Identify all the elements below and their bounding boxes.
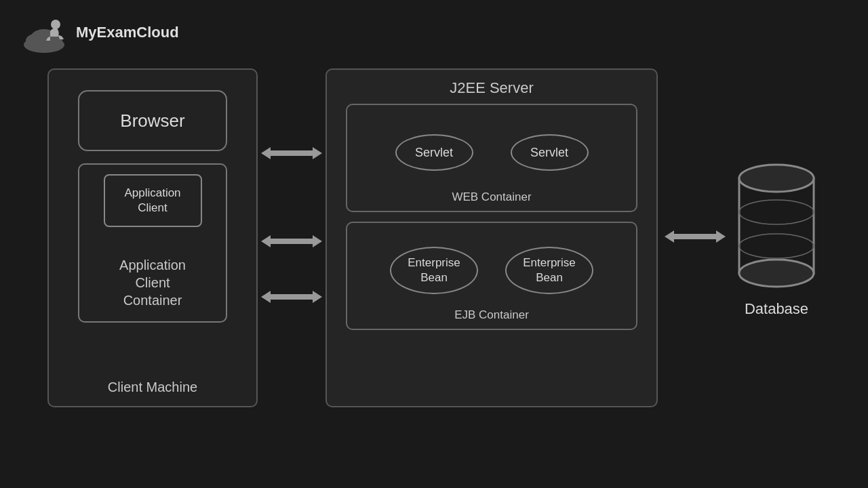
appclient-ejb-arrow	[261, 231, 322, 251]
svg-rect-6	[271, 150, 313, 156]
servlet1-label: Servlet	[415, 146, 453, 160]
j2ee-db-arrow	[665, 226, 726, 249]
bean2-label: EnterpriseBean	[523, 256, 575, 285]
servlet2-label: Servlet	[530, 146, 568, 160]
bean1-label: EnterpriseBean	[408, 256, 460, 285]
servlet2-oval: Servlet	[511, 134, 589, 171]
right-section: Database	[658, 158, 821, 318]
appclient-ejb-arrow2	[261, 287, 322, 307]
web-container: Servlet Servlet WEB Container	[346, 104, 637, 212]
svg-point-19	[739, 260, 814, 287]
client-machine-container: Browser ApplicationClient ApplicationCli…	[47, 68, 258, 407]
diagram-area: Browser ApplicationClient ApplicationCli…	[0, 68, 868, 407]
arrows-section	[258, 68, 326, 407]
browser-label: Browser	[120, 110, 184, 131]
svg-rect-12	[271, 294, 313, 300]
servlets-row: Servlet Servlet	[395, 134, 589, 171]
svg-marker-5	[261, 147, 271, 159]
svg-marker-11	[261, 291, 271, 303]
app-client-container-label: ApplicationClientContainer	[119, 256, 186, 309]
client-machine-label: Client Machine	[108, 380, 197, 395]
app-client-label: ApplicationClient	[124, 186, 180, 216]
svg-rect-15	[674, 234, 716, 239]
svg-marker-7	[313, 147, 322, 159]
brand-name: MyExamCloud	[76, 24, 179, 41]
browser-web-arrow	[261, 143, 322, 163]
svg-rect-9	[271, 239, 313, 244]
svg-marker-10	[313, 235, 322, 247]
app-client-inner-box: ApplicationClient	[104, 174, 202, 227]
svg-point-20	[739, 200, 814, 224]
database-shape: Database	[732, 158, 821, 318]
logo-icon	[20, 12, 68, 53]
ejb-container: EnterpriseBean EnterpriseBean EJB Contai…	[346, 222, 637, 330]
beans-row: EnterpriseBean EnterpriseBean	[390, 247, 593, 294]
j2ee-label: J2EE Server	[450, 79, 534, 97]
svg-marker-16	[716, 230, 726, 243]
j2ee-server-container: J2EE Server Servlet Servlet WEB Containe…	[326, 68, 658, 407]
header: MyExamCloud	[0, 0, 868, 65]
browser-box: Browser	[78, 90, 227, 151]
svg-marker-8	[261, 235, 271, 247]
web-container-label: WEB Container	[452, 190, 531, 204]
servlet1-oval: Servlet	[395, 134, 473, 171]
svg-point-21	[739, 234, 814, 258]
svg-marker-14	[665, 230, 674, 243]
database-label: Database	[745, 300, 808, 318]
svg-marker-13	[313, 291, 322, 303]
bean1-oval: EnterpriseBean	[390, 247, 478, 294]
bean2-oval: EnterpriseBean	[505, 247, 593, 294]
app-client-container-box: ApplicationClient ApplicationClientConta…	[78, 163, 227, 323]
ejb-container-label: EJB Container	[454, 308, 529, 322]
svg-point-4	[51, 20, 60, 29]
svg-point-18	[739, 165, 814, 192]
